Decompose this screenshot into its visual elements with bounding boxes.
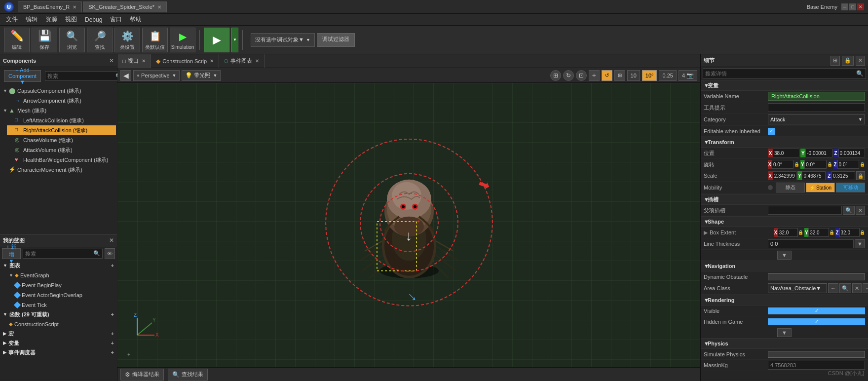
tab-viewport[interactable]: □ 视口 ✕ [117,54,151,68]
camera-speed-btn[interactable]: 4 📷 [679,70,697,81]
bp-event-tick[interactable]: Event Tick [13,300,116,310]
area-class-next-btn[interactable]: → [863,283,868,293]
rotation-x-input[interactable] [772,160,793,169]
menu-assets[interactable]: 资源 [41,14,61,26]
variable-section-header[interactable]: ▼ 变量 [701,80,868,91]
mobility-station-btn[interactable]: ⚡ Station [806,183,835,192]
menu-view[interactable]: 视图 [61,14,81,26]
dynamic-obstacle-checkbox[interactable] [768,273,865,280]
play-dropdown-arrow[interactable]: ▼ [231,28,238,52]
slot-search-btn[interactable]: 🔍 [843,206,855,215]
angle-btn[interactable]: 10° [642,70,657,81]
rotate-icon[interactable]: ↺ [602,70,612,81]
visible-checkbox[interactable]: ✓ [768,307,865,314]
details-search-input[interactable] [705,71,856,76]
variables-add-icon[interactable]: + [111,340,114,346]
scale-snap-btn[interactable]: ⊡ [576,70,587,81]
toolbar-find-btn[interactable]: 🔎 查找 [87,28,113,52]
menu-window[interactable]: 窗口 [106,14,126,26]
grid-snap-btn[interactable]: ⊞ [550,70,561,81]
tooltip-input[interactable] [768,103,865,112]
add-component-button[interactable]: + Add Component ▼ [4,70,41,82]
debug-filter-btn[interactable]: 调试过滤器 [317,33,355,47]
bp-event-actoroverlap[interactable]: Event ActorBeginOverlap [13,290,116,300]
viewport-tab-close[interactable]: ✕ [142,58,146,64]
graphs-add-icon[interactable]: + [111,263,114,268]
details-close-btn[interactable]: ✕ [856,56,865,66]
rotation-z-input[interactable] [837,160,859,169]
rendering-section-header[interactable]: ▼ Rendering [701,295,868,305]
toolbar-browse-btn[interactable]: 🔍 浏览 [59,28,85,52]
area-class-dropdown[interactable]: NavArea_Obstacle▼ [768,283,827,293]
bp-search-input[interactable] [25,251,93,257]
tree-capsule-component[interactable]: ▼ ⬤ CapsuleComponent (继承) [1,86,116,96]
mobility-static-btn[interactable]: 静态 [776,183,805,192]
mobility-movable-btn[interactable]: 可移动 [836,183,865,192]
parent-slot-input[interactable] [768,206,842,215]
component-search-input[interactable] [47,73,115,79]
scale-y-input[interactable] [802,171,826,180]
tree-chase-volume[interactable]: ◎ ChaseVolume (继承) [7,135,116,145]
functions-add-icon[interactable]: + [111,311,114,317]
bp-close-btn[interactable]: ✕ [109,237,114,244]
menu-file[interactable]: 文件 [2,14,22,26]
tree-arrow-component[interactable]: → ArrowComponent (继承) [7,96,116,106]
slot-clear-btn[interactable]: ✕ [856,206,865,215]
rotation-y-input[interactable] [804,160,826,169]
tree-attack-volume[interactable]: ◎ AttackVolume (继承) [7,145,116,155]
play-button[interactable]: ▶ [204,28,229,52]
vp-prev-button[interactable]: ◀ [120,70,131,81]
tab-sk-spider[interactable]: SK_Greater_Spider_Skele* ✕ [83,1,167,12]
search-results-tab[interactable]: 🔍 查找结果 [168,369,208,381]
debug-target-dropdown[interactable]: 没有选中调试对象▼ ▼ [251,33,315,47]
maximize-button[interactable]: □ [849,3,856,10]
area-class-clear-btn[interactable]: ✕ [852,283,862,293]
components-close-btn[interactable]: ✕ [109,57,114,64]
dispatcher-add-icon[interactable]: + [111,349,114,355]
toolbar-save-btn[interactable]: 💾 保存 [32,28,57,52]
toolbar-edit-btn[interactable]: ✏️ 编辑 [4,28,30,52]
details-grid-view-btn[interactable]: ⊞ [830,56,840,66]
transform-section-header[interactable]: ▼ Transform [701,137,868,148]
scale-size-btn[interactable]: 0.25 [659,70,676,81]
mass-input[interactable] [768,361,865,370]
slots-section-header[interactable]: ▼ 插槽 [701,194,868,205]
construction-tab-close[interactable]: ✕ [210,58,214,64]
bp-add-button[interactable]: + 新增 ▼ [2,248,21,259]
minimize-button[interactable]: ─ [841,3,848,10]
bp-construction-script[interactable]: ◆ ConstructionScript [7,319,116,329]
rotation-snap-btn[interactable]: ↻ [563,70,574,81]
lighting-button[interactable]: 💡 带光照 ▼ [182,70,221,81]
navigation-section-header[interactable]: ▼ Navigation [701,261,868,271]
menu-help[interactable]: 帮助 [126,14,146,26]
simulate-physics-checkbox[interactable] [768,351,865,358]
line-thickness-expand-btn[interactable]: ▼ [855,239,865,248]
line-thickness-input[interactable] [768,239,854,248]
position-y-input[interactable] [805,149,832,157]
box-x-input[interactable] [778,228,798,237]
tree-right-attack[interactable]: □ RightAttackCollision (继承) [7,125,116,135]
shape-expand-btn[interactable]: ▼ [777,251,792,260]
macros-add-icon[interactable]: + [111,331,114,337]
bp-event-beginplay[interactable]: Event BeginPlay [13,280,116,290]
close-tab-0[interactable]: ✕ [73,4,76,10]
move-icon[interactable]: ✛ [589,70,600,81]
tab-bp-base-enemy[interactable]: BP_BaseEnemy_R ✕ [18,1,82,12]
perspective-button[interactable]: ● Perspective ▼ [133,70,180,81]
physics-section-header[interactable]: ▼ Physics [701,338,868,349]
details-lock-btn[interactable]: 🔒 [842,56,854,66]
area-class-search-btn[interactable]: 🔍 [839,283,851,293]
bp-event-graph[interactable]: ▼ ◆ EventGraph [7,270,116,280]
scale-icon[interactable]: ⊞ [614,70,625,81]
tree-healthbar-widget[interactable]: ♥ HealthBarWidgetComponent (继承) [7,155,116,165]
position-x-input[interactable] [773,149,799,157]
rendering-expand-btn[interactable]: ▼ [777,328,792,337]
category-dropdown[interactable]: Attack ▼ [768,114,865,124]
toolbar-class-settings-btn[interactable]: ⚙️ 类设置 [114,28,140,52]
grid-size-btn[interactable]: 10 [627,70,640,81]
box-z-input[interactable] [839,228,860,237]
box-y-input[interactable] [808,228,829,237]
area-class-prev-btn[interactable]: ← [828,283,838,293]
scale-x-input[interactable] [773,171,796,180]
tree-mesh[interactable]: ▼ ▲ Mesh (继承) [1,106,116,115]
